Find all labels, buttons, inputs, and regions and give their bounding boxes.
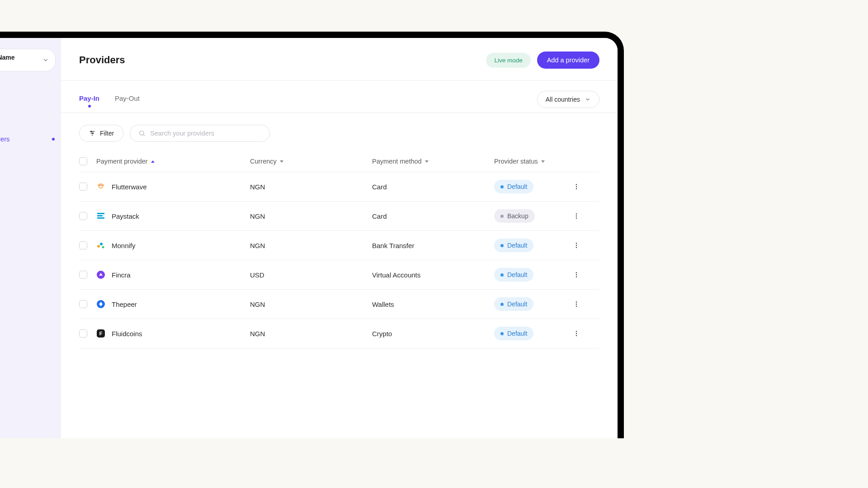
more-button[interactable] xyxy=(571,328,582,339)
provider-cell: Thepeer xyxy=(96,300,250,309)
more-button[interactable] xyxy=(571,211,582,221)
sidebar: ss Name me edrdProvidersrsonsRules xyxy=(0,38,61,438)
sidebar-item[interactable]: rs xyxy=(0,149,61,169)
status-label: Backup xyxy=(507,212,528,220)
svg-point-27 xyxy=(576,301,577,302)
currency-cell: NGN xyxy=(250,300,372,308)
sidebar-item[interactable]: rd xyxy=(0,109,61,129)
svg-rect-10 xyxy=(97,213,104,214)
svg-rect-11 xyxy=(97,215,103,216)
row-checkbox[interactable] xyxy=(79,329,87,338)
sidebar-item[interactable]: Providers xyxy=(0,129,61,149)
provider-cell: Paystack xyxy=(96,211,250,221)
provider-name: Flutterwave xyxy=(112,183,147,191)
sidebar-item[interactable]: Rules xyxy=(0,189,61,209)
provider-logo-icon xyxy=(96,300,105,309)
row-checkbox[interactable] xyxy=(79,241,87,249)
svg-point-13 xyxy=(576,213,577,214)
provider-cell: FFluidcoins xyxy=(96,329,250,338)
main-content: Providers Live mode Add a provider Pay-I… xyxy=(61,38,618,438)
more-button[interactable] xyxy=(571,269,582,280)
country-filter[interactable]: All countries xyxy=(537,91,599,108)
svg-point-24 xyxy=(576,274,577,275)
provider-cell: Flutterwave xyxy=(96,182,250,191)
sort-asc-icon xyxy=(151,160,155,163)
col-method[interactable]: Payment method xyxy=(372,158,494,165)
svg-point-8 xyxy=(576,186,577,187)
status-dot-icon xyxy=(500,215,504,218)
row-checkbox[interactable] xyxy=(79,271,87,279)
row-checkbox[interactable] xyxy=(79,212,87,220)
currency-cell: NGN xyxy=(250,330,372,338)
status-label: Default xyxy=(507,300,527,308)
status-pill: Default xyxy=(494,239,533,252)
provider-name: Monnify xyxy=(112,242,136,249)
status-dot-icon xyxy=(500,303,504,306)
sidebar-item-label: Providers xyxy=(0,136,9,143)
sidebar-item[interactable]: ed xyxy=(0,89,61,109)
search-input[interactable] xyxy=(150,130,261,137)
col-status[interactable]: Provider status xyxy=(494,158,571,165)
method-cell: Card xyxy=(372,212,494,220)
provider-name: Thepeer xyxy=(112,300,137,308)
more-button[interactable] xyxy=(571,299,582,310)
method-cell: Crypto xyxy=(372,330,494,338)
svg-point-23 xyxy=(576,272,577,273)
provider-logo-icon xyxy=(96,270,105,279)
provider-name: Fluidcoins xyxy=(112,330,142,338)
svg-point-9 xyxy=(576,188,577,189)
dropdown-icon xyxy=(425,160,429,163)
svg-point-5 xyxy=(140,131,144,135)
page-header: Providers Live mode Add a provider xyxy=(61,38,618,81)
header-actions: Live mode Add a provider xyxy=(486,52,599,69)
more-vertical-icon xyxy=(573,183,580,190)
svg-point-20 xyxy=(576,245,577,246)
provider-cell: Monnify xyxy=(96,241,250,250)
svg-point-3 xyxy=(91,131,92,132)
dropdown-icon xyxy=(280,160,283,163)
provider-logo-icon xyxy=(96,241,105,250)
business-subtitle: me xyxy=(0,61,15,66)
filter-icon xyxy=(89,130,96,137)
currency-cell: USD xyxy=(250,271,372,279)
sidebar-item[interactable]: ons xyxy=(0,169,61,189)
svg-point-32 xyxy=(576,331,577,332)
filter-button[interactable]: Filter xyxy=(79,125,123,142)
more-vertical-icon xyxy=(573,271,580,278)
dropdown-icon xyxy=(541,160,545,163)
tabs-row: Pay-InPay-Out All countries xyxy=(61,81,618,113)
business-selector[interactable]: ss Name me xyxy=(0,49,56,71)
status-dot-icon xyxy=(500,244,504,247)
row-checkbox[interactable] xyxy=(79,300,87,308)
table-row: FlutterwaveNGNCardDefault xyxy=(79,172,599,202)
status-pill: Default xyxy=(494,327,533,340)
more-button[interactable] xyxy=(571,181,582,192)
col-provider[interactable]: Payment provider xyxy=(96,158,250,165)
table-row: FFluidcoinsNGNCryptoDefault xyxy=(79,319,599,348)
table-row: ThepeerNGNWalletsDefault xyxy=(79,290,599,319)
currency-cell: NGN xyxy=(250,183,372,191)
sidebar-nav: edrdProvidersrsonsRules xyxy=(0,89,61,209)
row-checkbox[interactable] xyxy=(79,183,87,191)
status-label: Default xyxy=(507,242,527,249)
svg-point-16 xyxy=(97,245,100,248)
col-currency[interactable]: Currency xyxy=(250,158,372,165)
status-label: Default xyxy=(507,330,527,337)
svg-point-21 xyxy=(576,247,577,248)
tab[interactable]: Pay-Out xyxy=(115,94,140,109)
providers-table: Payment provider Currency Payment method… xyxy=(61,151,618,348)
select-all-checkbox[interactable] xyxy=(79,157,87,165)
svg-point-14 xyxy=(576,216,577,216)
currency-cell: NGN xyxy=(250,212,372,220)
device-frame: ss Name me edrdProvidersrsonsRules Provi… xyxy=(0,32,624,438)
business-name: ss Name xyxy=(0,54,15,61)
mode-pill[interactable]: Live mode xyxy=(486,53,530,68)
device-inner: ss Name me edrdProvidersrsonsRules Provi… xyxy=(0,38,618,438)
country-filter-label: All countries xyxy=(546,96,580,103)
tab[interactable]: Pay-In xyxy=(79,94,99,109)
status-dot-icon xyxy=(500,332,504,335)
svg-text:F: F xyxy=(99,331,103,336)
more-button[interactable] xyxy=(571,240,582,251)
add-provider-button[interactable]: Add a provider xyxy=(537,52,599,69)
search-icon xyxy=(138,130,146,137)
